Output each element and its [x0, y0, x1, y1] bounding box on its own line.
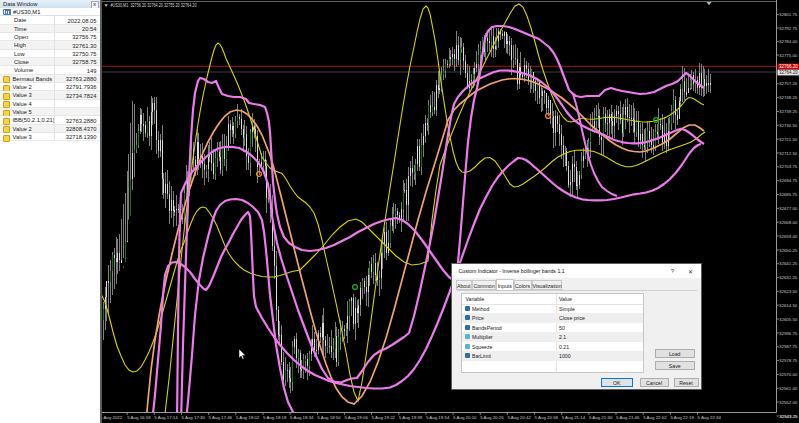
svg-text:32596.75: 32596.75: [779, 331, 798, 336]
svg-text:32739.25: 32739.25: [779, 109, 798, 114]
svg-text:5 Aug 20:10: 5 Aug 20:10: [453, 415, 477, 420]
svg-text:5 Aug 2022: 5 Aug 2022: [102, 415, 123, 420]
svg-text:5 Aug 21:30: 5 Aug 21:30: [589, 415, 613, 420]
svg-text:32712.50: 32712.50: [779, 151, 798, 156]
svg-text:32730.50: 32730.50: [779, 123, 798, 128]
svg-text:32757.25: 32757.25: [779, 81, 798, 86]
svg-text:32632.25: 32632.25: [779, 275, 798, 280]
svg-text:32561.00: 32561.00: [779, 386, 798, 391]
svg-text:5 Aug 18:34: 5 Aug 18:34: [290, 415, 314, 420]
svg-text:32650.25: 32650.25: [779, 248, 798, 253]
svg-text:5 Aug 19:54: 5 Aug 19:54: [426, 415, 450, 420]
svg-text:32721.50: 32721.50: [779, 137, 798, 142]
svg-text:5 Aug 17:30: 5 Aug 17:30: [182, 415, 206, 420]
svg-text:32801.75: 32801.75: [779, 12, 798, 17]
svg-text:32685.75: 32685.75: [779, 192, 798, 197]
svg-text:32792.75: 32792.75: [779, 26, 798, 31]
svg-text:32766.20: 32766.20: [779, 64, 798, 69]
svg-text:5 Aug 20:26: 5 Aug 20:26: [480, 415, 504, 420]
svg-text:5 Aug 19:38: 5 Aug 19:38: [399, 415, 423, 420]
svg-text:32587.75: 32587.75: [779, 344, 798, 349]
svg-text:32784.00: 32784.00: [779, 39, 798, 44]
svg-text:32668.00: 32668.00: [779, 220, 798, 225]
svg-text:5 Aug 17:46: 5 Aug 17:46: [209, 415, 233, 420]
svg-text:5 Aug 22:18: 5 Aug 22:18: [670, 415, 694, 420]
svg-text:5 Aug 18:18: 5 Aug 18:18: [263, 415, 287, 420]
svg-text:5 Aug 18:50: 5 Aug 18:50: [317, 415, 341, 420]
svg-text:5 Aug 19:06: 5 Aug 19:06: [344, 415, 368, 420]
svg-text:32543.25: 32543.25: [780, 414, 799, 419]
svg-text:32623.50: 32623.50: [779, 289, 798, 294]
svg-text:32614.50: 32614.50: [779, 303, 798, 308]
svg-text:32641.25: 32641.25: [779, 261, 798, 266]
svg-text:32605.50: 32605.50: [779, 317, 798, 322]
svg-text:5 Aug 16:58: 5 Aug 16:58: [127, 415, 151, 420]
svg-text:5 Aug 21:14: 5 Aug 21:14: [562, 415, 586, 420]
svg-text:32659.00: 32659.00: [779, 234, 798, 239]
svg-text:5 Aug 18:02: 5 Aug 18:02: [236, 415, 260, 420]
svg-text:5 Aug 21:46: 5 Aug 21:46: [616, 415, 640, 420]
svg-text:32775.00: 32775.00: [779, 53, 798, 58]
svg-text:5 Aug 22:02: 5 Aug 22:02: [643, 415, 667, 420]
svg-text:#US30,M1 32756.20 32764.20 32: #US30,M1 32756.20 32764.20 32755.20 3276…: [111, 3, 197, 8]
svg-text:32677.00: 32677.00: [779, 206, 798, 211]
svg-text:5 Aug 20:58: 5 Aug 20:58: [535, 415, 559, 420]
svg-text:32570.00: 32570.00: [779, 372, 798, 377]
svg-text:32703.75: 32703.75: [779, 164, 798, 169]
svg-text:32764.20: 32764.20: [779, 70, 798, 75]
svg-text:32552.00: 32552.00: [779, 400, 798, 405]
svg-text:32578.75: 32578.75: [779, 358, 798, 363]
svg-text:5 Aug 17:14: 5 Aug 17:14: [154, 415, 178, 420]
svg-text:32748.25: 32748.25: [779, 95, 798, 100]
svg-text:32694.75: 32694.75: [779, 178, 798, 183]
svg-text:5 Aug 19:22: 5 Aug 19:22: [372, 415, 396, 420]
svg-text:5 Aug 22:34: 5 Aug 22:34: [698, 415, 722, 420]
svg-text:5 Aug 20:42: 5 Aug 20:42: [507, 415, 531, 420]
